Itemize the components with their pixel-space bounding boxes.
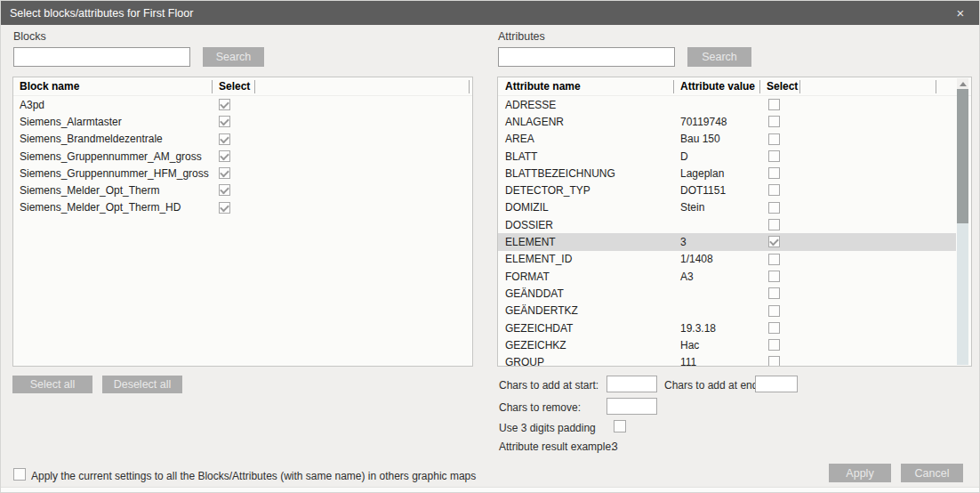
column-header-attribute-name[interactable]: Attribute name	[505, 80, 581, 93]
row-name: Siemens_Melder_Opt_Therm	[20, 184, 159, 197]
scrollbar-up-icon[interactable]	[957, 78, 968, 89]
table-row[interactable]: Siemens_Gruppennummer_HFM_gross	[13, 165, 472, 182]
row-value: 19.3.18	[680, 322, 716, 335]
row-value: A3	[680, 271, 694, 283]
table-row[interactable]: DOMIZILStein	[498, 199, 956, 216]
row-name: DOSSIER	[505, 219, 553, 231]
deselect-all-button[interactable]: Deselect all	[102, 376, 182, 393]
table-row[interactable]: DOSSIER	[498, 216, 956, 233]
titlebar: Select blocks/attributes for First Floor…	[1, 1, 979, 25]
table-row[interactable]: Siemens_Gruppennummer_AM_gross	[13, 148, 472, 165]
use-3-digits-padding-checkbox[interactable]	[614, 420, 626, 432]
table-row[interactable]: Siemens_Alarmtaster	[13, 113, 472, 130]
column-divider[interactable]	[759, 80, 760, 93]
column-divider[interactable]	[936, 80, 936, 93]
row-select-checkbox[interactable]	[768, 254, 780, 265]
table-row[interactable]: GEÄNDDAT	[498, 285, 956, 302]
row-value: Bau 150	[680, 133, 720, 145]
cancel-button[interactable]: Cancel	[901, 464, 963, 482]
table-row[interactable]: GEZEICHKZHac	[498, 336, 956, 353]
row-select-checkbox[interactable]	[768, 339, 780, 351]
row-name: Siemens_Alarmtaster	[20, 116, 122, 128]
row-select-checkbox[interactable]	[768, 150, 780, 162]
table-row[interactable]: GROUP111	[498, 353, 956, 366]
row-name: BLATT	[505, 150, 537, 163]
row-value: DOT1151	[680, 184, 726, 197]
column-header-attribute-value[interactable]: Attribute value	[680, 80, 755, 93]
apply-button[interactable]: Apply	[829, 464, 891, 482]
column-divider[interactable]	[469, 80, 470, 93]
close-icon[interactable]: ×	[951, 5, 970, 20]
row-select-checkbox[interactable]	[768, 99, 780, 110]
table-row[interactable]: Siemens_Melder_Opt_Therm_HD	[13, 199, 472, 216]
table-row[interactable]: ANLAGENR70119748	[498, 113, 956, 130]
row-value: 70119748	[680, 116, 727, 128]
table-row[interactable]: GEÄNDERTKZ	[498, 303, 956, 319]
attribute-result-example-value: 3	[612, 440, 618, 453]
table-row[interactable]: AREABau 150	[498, 131, 956, 148]
row-select-checkbox[interactable]	[768, 116, 780, 127]
chars-add-end-input[interactable]	[755, 376, 798, 392]
table-row[interactable]: FORMATA3	[498, 268, 956, 285]
chars-add-start-input[interactable]	[606, 376, 657, 392]
column-header-select[interactable]: Select	[219, 80, 250, 93]
column-divider[interactable]	[799, 80, 800, 93]
chars-remove-label: Chars to remove:	[499, 401, 581, 414]
blocks-rows: A3pdSiemens_AlarmtasterSiemens_Brandmeld…	[13, 96, 472, 366]
attributes-search-input[interactable]	[498, 47, 675, 67]
dialog-bottom-edge	[1, 487, 979, 493]
column-divider[interactable]	[212, 80, 213, 93]
row-value: Stein	[680, 201, 704, 214]
row-select-checkbox[interactable]	[219, 116, 230, 127]
chars-remove-input[interactable]	[606, 398, 657, 415]
row-value: 3	[680, 236, 687, 248]
select-all-button[interactable]: Select all	[12, 376, 92, 393]
column-header-select[interactable]: Select	[767, 80, 798, 93]
row-select-checkbox[interactable]	[768, 202, 780, 214]
blocks-search-input[interactable]	[13, 47, 190, 67]
table-row[interactable]: ELEMENT_ID1/1408	[498, 251, 956, 268]
row-select-checkbox[interactable]	[768, 236, 780, 247]
column-header-block-name[interactable]: Block name	[20, 80, 79, 93]
apply-to-all-maps-label: Apply the current settings to all the Bl…	[31, 470, 476, 482]
column-divider[interactable]	[254, 80, 255, 93]
row-select-checkbox[interactable]	[768, 167, 780, 179]
row-select-checkbox[interactable]	[768, 184, 780, 196]
row-select-checkbox[interactable]	[219, 99, 230, 110]
table-row[interactable]: BLATTBEZEICHNUNGLageplan	[498, 165, 956, 182]
row-select-checkbox[interactable]	[768, 271, 780, 282]
scrollbar-track[interactable]	[957, 78, 968, 365]
row-select-checkbox[interactable]	[219, 184, 230, 196]
attributes-search-button[interactable]: Search	[687, 47, 751, 67]
row-name: GROUP	[505, 356, 544, 366]
table-row[interactable]: A3pd	[13, 96, 472, 113]
column-divider[interactable]	[673, 80, 674, 93]
row-select-checkbox[interactable]	[219, 133, 230, 145]
scrollbar-thumb[interactable]	[957, 89, 968, 223]
row-name: BLATTBEZEICHNUNG	[505, 167, 615, 180]
row-select-checkbox[interactable]	[768, 133, 780, 145]
row-value: Hac	[680, 339, 699, 352]
table-row[interactable]: GEZEICHDAT19.3.18	[498, 319, 956, 336]
blocks-table-header: Block name Select	[13, 77, 472, 96]
row-value: 1/1408	[680, 253, 713, 265]
table-row[interactable]: Siemens_Melder_Opt_Therm	[13, 182, 472, 198]
table-row[interactable]: ELEMENT3	[498, 233, 956, 250]
row-select-checkbox[interactable]	[768, 219, 780, 230]
row-select-checkbox[interactable]	[768, 356, 780, 366]
row-name: AREA	[505, 133, 534, 145]
table-row[interactable]: Siemens_Brandmeldezentrale	[13, 131, 472, 148]
row-select-checkbox[interactable]	[768, 305, 780, 317]
table-row[interactable]: DETECTOR_TYPDOT1151	[498, 182, 956, 198]
row-select-checkbox[interactable]	[219, 150, 230, 162]
table-row[interactable]: BLATTD	[498, 148, 956, 165]
blocks-search-button[interactable]: Search	[203, 47, 264, 67]
row-select-checkbox[interactable]	[219, 202, 230, 214]
row-select-checkbox[interactable]	[768, 322, 780, 334]
row-select-checkbox[interactable]	[219, 167, 230, 179]
row-name: DOMIZIL	[505, 201, 549, 214]
row-select-checkbox[interactable]	[768, 287, 780, 299]
use-3-digits-padding-label: Use 3 digits padding	[499, 422, 596, 434]
table-row[interactable]: ADRESSE	[498, 96, 956, 113]
apply-to-all-maps-checkbox[interactable]	[13, 468, 26, 481]
